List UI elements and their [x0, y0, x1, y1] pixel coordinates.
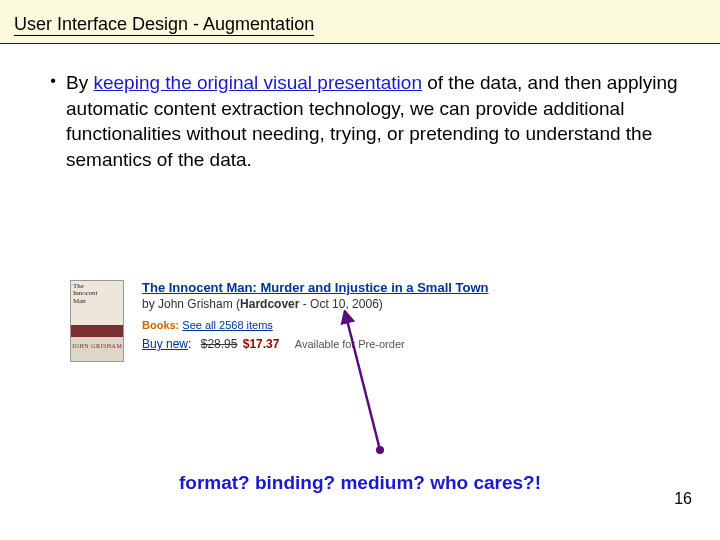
bullet-dot: • [40, 70, 66, 173]
slide-body: • By keeping the original visual present… [0, 44, 720, 173]
byline-format: Hardcover [240, 297, 299, 311]
books-line: Books: See all 2568 items [142, 319, 670, 331]
availability: Available for Pre-order [295, 338, 405, 350]
cover-title-line3: Man [73, 298, 121, 305]
buy-colon: : [188, 337, 191, 351]
buy-line: Buy new: $28.95 $17.37 Available for Pre… [142, 337, 670, 351]
buy-new-link[interactable]: Buy new [142, 337, 188, 351]
cover-title-area: The Innocent Man [71, 281, 123, 325]
slide-title-band: User Interface Design - Augmentation [0, 0, 720, 44]
slide-number: 16 [674, 490, 692, 508]
byline-prefix: by John Grisham ( [142, 297, 240, 311]
byline-date: - Oct 10, 2006) [299, 297, 382, 311]
svg-point-1 [376, 446, 384, 454]
product-title[interactable]: The Innocent Man: Murder and Injustice i… [142, 280, 670, 295]
bullet-lead: By [66, 72, 93, 93]
listing-details: The Innocent Man: Murder and Injustice i… [142, 280, 670, 362]
cover-band [71, 325, 123, 337]
bullet-text: By keeping the original visual presentat… [66, 70, 680, 173]
books-label: Books: [142, 319, 179, 331]
bullet-highlight: keeping the original visual presentation [93, 72, 422, 93]
bullet-item: • By keeping the original visual present… [40, 70, 680, 173]
cover-author: JOHN GRISHAM [71, 337, 123, 361]
book-cover: The Innocent Man JOHN GRISHAM [70, 280, 124, 362]
old-price: $28.95 [201, 337, 238, 351]
slide-title: User Interface Design - Augmentation [14, 14, 314, 36]
product-byline: by John Grisham (Hardcover - Oct 10, 200… [142, 297, 670, 311]
sale-price: $17.37 [243, 337, 280, 351]
product-listing: The Innocent Man JOHN GRISHAM The Innoce… [70, 280, 670, 362]
books-see-all-link[interactable]: See all 2568 items [182, 319, 273, 331]
annotation-caption: format? binding? medium? who cares?! [0, 472, 720, 494]
